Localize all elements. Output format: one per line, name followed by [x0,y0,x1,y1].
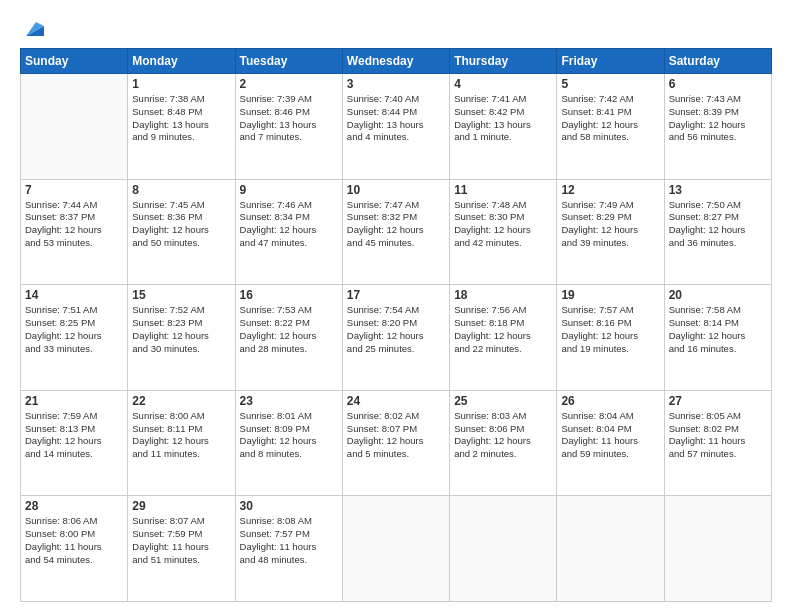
calendar-cell [557,496,664,602]
day-number: 8 [132,183,230,197]
day-number: 22 [132,394,230,408]
week-row-2: 7Sunrise: 7:44 AM Sunset: 8:37 PM Daylig… [21,179,772,285]
calendar-cell: 9Sunrise: 7:46 AM Sunset: 8:34 PM Daylig… [235,179,342,285]
day-number: 7 [25,183,123,197]
day-info: Sunrise: 8:07 AM Sunset: 7:59 PM Dayligh… [132,515,230,566]
calendar-cell: 16Sunrise: 7:53 AM Sunset: 8:22 PM Dayli… [235,285,342,391]
calendar-cell: 23Sunrise: 8:01 AM Sunset: 8:09 PM Dayli… [235,390,342,496]
calendar-cell: 27Sunrise: 8:05 AM Sunset: 8:02 PM Dayli… [664,390,771,496]
calendar-cell: 13Sunrise: 7:50 AM Sunset: 8:27 PM Dayli… [664,179,771,285]
calendar-cell: 18Sunrise: 7:56 AM Sunset: 8:18 PM Dayli… [450,285,557,391]
day-number: 1 [132,77,230,91]
day-number: 29 [132,499,230,513]
day-info: Sunrise: 7:41 AM Sunset: 8:42 PM Dayligh… [454,93,552,144]
week-row-1: 1Sunrise: 7:38 AM Sunset: 8:48 PM Daylig… [21,74,772,180]
calendar-cell: 20Sunrise: 7:58 AM Sunset: 8:14 PM Dayli… [664,285,771,391]
calendar-cell: 11Sunrise: 7:48 AM Sunset: 8:30 PM Dayli… [450,179,557,285]
calendar-cell: 14Sunrise: 7:51 AM Sunset: 8:25 PM Dayli… [21,285,128,391]
day-info: Sunrise: 7:48 AM Sunset: 8:30 PM Dayligh… [454,199,552,250]
day-number: 2 [240,77,338,91]
calendar-cell: 7Sunrise: 7:44 AM Sunset: 8:37 PM Daylig… [21,179,128,285]
day-number: 10 [347,183,445,197]
day-number: 17 [347,288,445,302]
calendar-cell: 5Sunrise: 7:42 AM Sunset: 8:41 PM Daylig… [557,74,664,180]
day-info: Sunrise: 7:47 AM Sunset: 8:32 PM Dayligh… [347,199,445,250]
calendar-cell [342,496,449,602]
day-number: 16 [240,288,338,302]
calendar-cell: 19Sunrise: 7:57 AM Sunset: 8:16 PM Dayli… [557,285,664,391]
weekday-header-tuesday: Tuesday [235,49,342,74]
day-number: 12 [561,183,659,197]
calendar-cell: 6Sunrise: 7:43 AM Sunset: 8:39 PM Daylig… [664,74,771,180]
day-number: 26 [561,394,659,408]
weekday-header-sunday: Sunday [21,49,128,74]
page: SundayMondayTuesdayWednesdayThursdayFrid… [0,0,792,612]
calendar-cell [21,74,128,180]
day-info: Sunrise: 7:52 AM Sunset: 8:23 PM Dayligh… [132,304,230,355]
week-row-3: 14Sunrise: 7:51 AM Sunset: 8:25 PM Dayli… [21,285,772,391]
calendar-cell: 17Sunrise: 7:54 AM Sunset: 8:20 PM Dayli… [342,285,449,391]
calendar-cell: 22Sunrise: 8:00 AM Sunset: 8:11 PM Dayli… [128,390,235,496]
weekday-header-thursday: Thursday [450,49,557,74]
calendar-cell: 26Sunrise: 8:04 AM Sunset: 8:04 PM Dayli… [557,390,664,496]
day-number: 4 [454,77,552,91]
day-info: Sunrise: 8:04 AM Sunset: 8:04 PM Dayligh… [561,410,659,461]
header [20,18,772,40]
day-number: 3 [347,77,445,91]
day-info: Sunrise: 7:49 AM Sunset: 8:29 PM Dayligh… [561,199,659,250]
calendar-cell: 29Sunrise: 8:07 AM Sunset: 7:59 PM Dayli… [128,496,235,602]
day-info: Sunrise: 7:45 AM Sunset: 8:36 PM Dayligh… [132,199,230,250]
weekday-header-wednesday: Wednesday [342,49,449,74]
calendar-cell: 21Sunrise: 7:59 AM Sunset: 8:13 PM Dayli… [21,390,128,496]
day-info: Sunrise: 7:54 AM Sunset: 8:20 PM Dayligh… [347,304,445,355]
day-info: Sunrise: 8:03 AM Sunset: 8:06 PM Dayligh… [454,410,552,461]
day-info: Sunrise: 8:00 AM Sunset: 8:11 PM Dayligh… [132,410,230,461]
day-info: Sunrise: 8:08 AM Sunset: 7:57 PM Dayligh… [240,515,338,566]
day-info: Sunrise: 7:51 AM Sunset: 8:25 PM Dayligh… [25,304,123,355]
day-number: 19 [561,288,659,302]
day-number: 15 [132,288,230,302]
weekday-header-row: SundayMondayTuesdayWednesdayThursdayFrid… [21,49,772,74]
day-info: Sunrise: 7:40 AM Sunset: 8:44 PM Dayligh… [347,93,445,144]
day-info: Sunrise: 8:01 AM Sunset: 8:09 PM Dayligh… [240,410,338,461]
day-number: 24 [347,394,445,408]
calendar-cell: 4Sunrise: 7:41 AM Sunset: 8:42 PM Daylig… [450,74,557,180]
weekday-header-friday: Friday [557,49,664,74]
day-number: 25 [454,394,552,408]
day-number: 13 [669,183,767,197]
day-number: 27 [669,394,767,408]
day-number: 30 [240,499,338,513]
day-number: 28 [25,499,123,513]
logo-icon [22,18,44,40]
day-info: Sunrise: 7:43 AM Sunset: 8:39 PM Dayligh… [669,93,767,144]
day-number: 23 [240,394,338,408]
day-info: Sunrise: 7:46 AM Sunset: 8:34 PM Dayligh… [240,199,338,250]
day-info: Sunrise: 7:50 AM Sunset: 8:27 PM Dayligh… [669,199,767,250]
calendar-cell [450,496,557,602]
week-row-4: 21Sunrise: 7:59 AM Sunset: 8:13 PM Dayli… [21,390,772,496]
day-info: Sunrise: 7:58 AM Sunset: 8:14 PM Dayligh… [669,304,767,355]
calendar-cell: 12Sunrise: 7:49 AM Sunset: 8:29 PM Dayli… [557,179,664,285]
calendar-cell: 30Sunrise: 8:08 AM Sunset: 7:57 PM Dayli… [235,496,342,602]
day-info: Sunrise: 7:39 AM Sunset: 8:46 PM Dayligh… [240,93,338,144]
calendar-cell: 15Sunrise: 7:52 AM Sunset: 8:23 PM Dayli… [128,285,235,391]
day-info: Sunrise: 7:53 AM Sunset: 8:22 PM Dayligh… [240,304,338,355]
day-number: 5 [561,77,659,91]
calendar-cell: 8Sunrise: 7:45 AM Sunset: 8:36 PM Daylig… [128,179,235,285]
day-info: Sunrise: 7:59 AM Sunset: 8:13 PM Dayligh… [25,410,123,461]
day-number: 6 [669,77,767,91]
day-info: Sunrise: 7:57 AM Sunset: 8:16 PM Dayligh… [561,304,659,355]
day-info: Sunrise: 7:38 AM Sunset: 8:48 PM Dayligh… [132,93,230,144]
day-info: Sunrise: 7:42 AM Sunset: 8:41 PM Dayligh… [561,93,659,144]
day-number: 21 [25,394,123,408]
calendar-cell: 10Sunrise: 7:47 AM Sunset: 8:32 PM Dayli… [342,179,449,285]
day-info: Sunrise: 8:05 AM Sunset: 8:02 PM Dayligh… [669,410,767,461]
calendar-cell: 2Sunrise: 7:39 AM Sunset: 8:46 PM Daylig… [235,74,342,180]
weekday-header-monday: Monday [128,49,235,74]
day-info: Sunrise: 8:06 AM Sunset: 8:00 PM Dayligh… [25,515,123,566]
calendar-cell: 24Sunrise: 8:02 AM Sunset: 8:07 PM Dayli… [342,390,449,496]
day-info: Sunrise: 8:02 AM Sunset: 8:07 PM Dayligh… [347,410,445,461]
calendar-cell: 28Sunrise: 8:06 AM Sunset: 8:00 PM Dayli… [21,496,128,602]
week-row-5: 28Sunrise: 8:06 AM Sunset: 8:00 PM Dayli… [21,496,772,602]
day-number: 20 [669,288,767,302]
